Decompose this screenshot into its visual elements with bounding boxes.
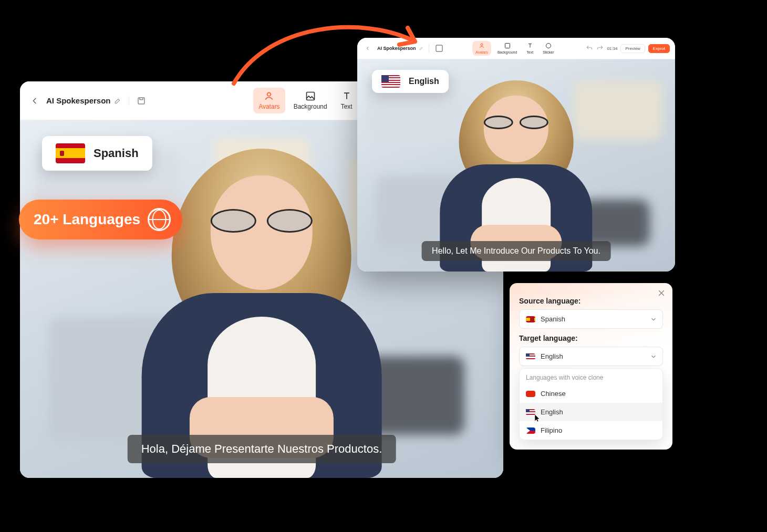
svg-rect-2	[306, 92, 314, 100]
dropdown-option-chinese[interactable]: Chinese	[520, 384, 662, 403]
export-button[interactable]: Exprot	[648, 44, 670, 53]
editor-window-target: AI Spokesperson Avatars Background Text …	[357, 38, 675, 272]
tab-avatars[interactable]: Avatars	[472, 41, 491, 56]
project-title: AI Spokesperson	[46, 96, 121, 105]
tool-tabs: Avatars Background Text Sticker	[472, 41, 557, 56]
dropdown-option-english[interactable]: English	[520, 403, 662, 421]
svg-point-1	[267, 92, 271, 96]
back-button[interactable]	[362, 43, 373, 54]
divider	[429, 44, 429, 53]
target-language-value: English	[541, 352, 563, 360]
caption-bar: Hello, Let Me Introduce Our Products To …	[421, 241, 611, 261]
chevron-down-icon	[650, 353, 657, 360]
save-icon[interactable]	[137, 96, 146, 106]
timecode: 01:34	[607, 46, 617, 51]
tab-label: Text	[341, 103, 353, 110]
flag-philippines-icon	[526, 427, 535, 434]
canvas[interactable]: English Hello, Let Me Introduce Our Prod…	[357, 59, 675, 272]
project-title-text: AI Spokesperson	[46, 96, 111, 105]
badge-label: 20+ Languages	[34, 211, 140, 228]
languages-badge: 20+ Languages	[19, 200, 182, 239]
project-title-text: AI Spokesperson	[377, 46, 416, 51]
language-chip-english: English	[372, 70, 449, 93]
caption-text: Hola, Déjame Presentarte Nuestros Produc…	[141, 442, 382, 455]
save-icon[interactable]	[434, 44, 444, 53]
tab-avatars[interactable]: Avatars	[253, 88, 285, 113]
tab-text[interactable]: Text	[336, 88, 358, 113]
target-language-select[interactable]: English	[519, 347, 663, 366]
avatar-icon	[264, 91, 274, 101]
option-label: English	[541, 408, 563, 416]
sticker-icon	[545, 43, 552, 49]
svg-rect-6	[436, 45, 442, 51]
flag-usa-icon	[381, 75, 400, 88]
chevron-down-icon	[650, 316, 657, 323]
tab-label: Avatars	[258, 103, 279, 110]
edit-icon[interactable]	[114, 97, 121, 105]
tab-background[interactable]: Background	[288, 88, 333, 113]
flag-usa-icon	[526, 353, 535, 360]
svg-point-7	[481, 44, 483, 46]
chevron-left-icon	[365, 46, 370, 51]
source-language-value: Spanish	[541, 315, 565, 323]
text-icon	[341, 91, 352, 101]
tab-text[interactable]: Text	[523, 41, 536, 56]
tab-label: Text	[526, 50, 533, 54]
target-language-dropdown: Languages with voice clone Chinese Engli…	[519, 368, 663, 440]
dropdown-option-filipino[interactable]: Filipino	[520, 421, 662, 440]
chevron-left-icon	[30, 97, 39, 105]
avatar-icon	[479, 43, 485, 49]
language-chip-label: Spanish	[94, 147, 139, 160]
tab-background[interactable]: Background	[494, 41, 520, 56]
tab-label: Avatars	[475, 50, 488, 54]
svg-rect-8	[505, 44, 510, 48]
tab-label: Background	[294, 103, 327, 110]
flag-china-icon	[526, 391, 535, 397]
undo-icon[interactable]	[586, 45, 593, 52]
svg-rect-0	[138, 98, 144, 104]
tab-sticker[interactable]: Sticker	[540, 41, 557, 56]
source-language-label: Source language:	[519, 297, 663, 305]
toolbar-right: 01:34 Preview Exprot	[586, 44, 670, 53]
back-button[interactable]	[29, 96, 40, 106]
redo-icon[interactable]	[596, 45, 604, 52]
option-label: Chinese	[541, 390, 566, 398]
flag-spain-icon	[56, 143, 85, 163]
globe-icon	[148, 208, 171, 231]
flag-spain-icon	[526, 316, 535, 322]
language-chip-label: English	[409, 77, 439, 86]
tab-label: Background	[497, 50, 517, 54]
caption-bar: Hola, Déjame Presentarte Nuestros Produc…	[128, 435, 396, 463]
toolbar: AI Spokesperson Avatars Background Text …	[357, 38, 675, 59]
dropdown-section-header: Languages with voice clone	[520, 369, 662, 384]
background-icon	[305, 91, 316, 101]
caption-text: Hello, Let Me Introduce Our Products To …	[432, 246, 600, 255]
close-icon	[657, 288, 666, 298]
target-language-label: Target language:	[519, 334, 663, 342]
avatar-face	[211, 175, 313, 290]
text-icon	[527, 43, 533, 49]
project-title: AI Spokesperson	[377, 46, 423, 51]
source-language-select[interactable]: Spanish	[519, 309, 663, 329]
tab-label: Sticker	[543, 50, 554, 54]
language-panel: Source language: Spanish Target language…	[510, 283, 672, 450]
close-button[interactable]	[657, 288, 666, 298]
background-icon	[504, 43, 511, 49]
avatar-glasses	[484, 116, 548, 129]
language-chip-spanish: Spanish	[42, 136, 152, 171]
edit-icon[interactable]	[419, 46, 423, 50]
preview-button[interactable]: Preview	[620, 44, 645, 53]
divider	[129, 96, 129, 106]
avatar-glasses	[211, 209, 313, 233]
svg-point-9	[546, 44, 551, 48]
option-label: Filipino	[541, 426, 562, 434]
